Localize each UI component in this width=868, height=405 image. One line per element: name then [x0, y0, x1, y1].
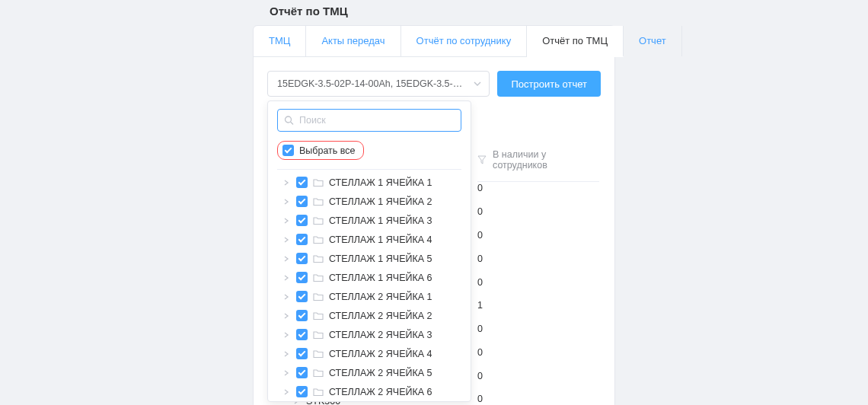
table-row: 0	[477, 364, 599, 387]
filter-icon	[477, 155, 487, 164]
tree-node-label: СТЕЛЛАЖ 1 ЯЧЕЙКА 4	[329, 234, 432, 245]
folder-icon	[313, 368, 324, 378]
checkbox-icon[interactable]	[296, 367, 308, 378]
table-row: 0	[477, 317, 599, 341]
folder-icon	[313, 349, 324, 359]
tree-node[interactable]: СТЕЛЛАЖ 2 ЯЧЕЙКА 4	[268, 344, 471, 363]
chevron-right-icon	[283, 313, 291, 319]
tree-node[interactable]: СТЕЛЛАЖ 1 ЯЧЕЙКА 1	[268, 173, 471, 192]
tree-node[interactable]: СТЕЛЛАЖ 1 ЯЧЕЙКА 6	[268, 268, 471, 287]
checkbox-icon[interactable]	[296, 272, 308, 283]
checkbox-icon[interactable]	[296, 215, 308, 226]
tree-node[interactable]: СТЕЛЛАЖ 2 ЯЧЕЙКА 1	[268, 287, 471, 306]
chevron-right-icon	[283, 256, 291, 262]
folder-icon	[313, 387, 324, 397]
folder-icon	[313, 235, 324, 244]
table-row: 0	[477, 224, 599, 247]
tabs: ТМЦ Акты передач Отчёт по сотруднику Отч…	[254, 26, 614, 57]
tree-node[interactable]: СТЕЛЛАЖ 1 ЯЧЕЙКА 5	[268, 249, 471, 268]
tree-node-label: СТЕЛЛАЖ 1 ЯЧЕЙКА 6	[329, 273, 432, 283]
table-row: 0	[477, 270, 599, 294]
tree-node[interactable]: СТЕЛЛАЖ 2 ЯЧЕЙКА 3	[268, 325, 471, 344]
folder-icon	[313, 178, 324, 187]
search-input[interactable]	[277, 109, 461, 132]
chevron-right-icon	[283, 237, 291, 243]
tree-node[interactable]: СТЕЛЛАЖ 2 ЯЧЕЙКА 2	[268, 306, 471, 325]
search-icon	[284, 116, 294, 126]
table-row: 0	[477, 177, 599, 200]
select-all-checkbox[interactable]: Выбрать все	[277, 141, 364, 160]
tree-list: СТЕЛЛАЖ 1 ЯЧЕЙКА 1 СТЕЛЛАЖ 1 ЯЧЕЙКА 2 СТ…	[268, 173, 471, 401]
folder-icon	[313, 311, 324, 320]
tree-node[interactable]: СТЕЛЛАЖ 1 ЯЧЕЙКА 2	[268, 192, 471, 211]
checkbox-icon[interactable]	[296, 253, 308, 264]
folder-icon	[313, 330, 324, 340]
checkbox-icon[interactable]	[296, 196, 308, 207]
table-row: 1	[477, 294, 599, 317]
items-dropdown: Выбрать все СТЕЛЛАЖ 1 ЯЧЕЙКА 1 СТЕЛЛАЖ 1…	[267, 100, 471, 402]
table-row: 0	[477, 387, 599, 405]
checkbox-icon[interactable]	[296, 291, 308, 302]
checkbox-icon[interactable]	[296, 329, 308, 340]
tree-node-label: СТЕЛЛАЖ 2 ЯЧЕЙКА 6	[329, 387, 432, 397]
tree-node-label: СТЕЛЛАЖ 1 ЯЧЕЙКА 1	[329, 177, 432, 188]
tab-report-partial[interactable]: Отчет	[624, 26, 682, 56]
folder-icon	[313, 273, 324, 282]
chevron-right-icon	[283, 199, 291, 205]
tree-node-label: СТЕЛЛАЖ 1 ЯЧЕЙКА 2	[329, 196, 432, 207]
table-row: 0	[477, 200, 599, 224]
checkbox-icon[interactable]	[296, 310, 308, 321]
build-report-button[interactable]: Построить отчет	[497, 71, 601, 97]
tab-tmc-report[interactable]: Отчёт по ТМЦ	[527, 26, 624, 57]
tree-node-label: СТЕЛЛАЖ 2 ЯЧЕЙКА 2	[329, 311, 432, 321]
chevron-right-icon	[283, 294, 291, 300]
tree-node-label: СТЕЛЛАЖ 2 ЯЧЕЙКА 3	[329, 330, 432, 340]
table-row: 0	[477, 247, 599, 270]
svg-line-1	[291, 122, 294, 125]
chevron-right-icon	[283, 351, 291, 357]
tree-node[interactable]: СТЕЛЛАЖ 2 ЯЧЕЙКА 5	[268, 363, 471, 382]
chevron-right-icon	[283, 370, 291, 376]
folder-icon	[313, 254, 324, 263]
tree-node[interactable]: СТЕЛЛАЖ 1 ЯЧЕЙКА 3	[268, 211, 471, 230]
checkbox-icon[interactable]	[296, 234, 308, 245]
chevron-right-icon	[283, 332, 291, 338]
tab-transfer-acts[interactable]: Акты передач	[306, 26, 400, 56]
chevron-right-icon	[283, 389, 291, 395]
items-select-value: 15EDGK-3.5-02P-14-00Ah, 15EDGK-3.5-14P-0…	[277, 78, 466, 89]
svg-point-0	[286, 116, 292, 123]
tree-node-label: СТЕЛЛАЖ 1 ЯЧЕЙКА 5	[329, 254, 432, 264]
tree-node-label: СТЕЛЛАЖ 2 ЯЧЕЙКА 1	[329, 292, 432, 302]
tree-node[interactable]: СТЕЛЛАЖ 1 ЯЧЕЙКА 4	[268, 230, 471, 249]
tree-node-label: СТЕЛЛАЖ 1 ЯЧЕЙКА 3	[329, 215, 432, 226]
checkbox-icon[interactable]	[296, 386, 308, 397]
items-select[interactable]: 15EDGK-3.5-02P-14-00Ah, 15EDGK-3.5-14P-0…	[267, 71, 490, 97]
chevron-right-icon	[283, 218, 291, 224]
table-column-label: В наличии у сотрудников	[493, 149, 599, 171]
tree-node-label: СТЕЛЛАЖ 2 ЯЧЕЙКА 4	[329, 349, 432, 359]
folder-icon	[313, 197, 324, 206]
report-card: ТМЦ Акты передач Отчёт по сотруднику Отч…	[253, 25, 615, 405]
chevron-right-icon	[283, 180, 291, 186]
table-row: 0	[477, 340, 599, 364]
table-column-header[interactable]: В наличии у сотрудников	[477, 136, 599, 182]
chevron-down-icon	[474, 80, 481, 88]
folder-icon	[313, 216, 324, 225]
folder-icon	[313, 292, 324, 301]
tab-employee-report[interactable]: Отчёт по сотруднику	[401, 26, 528, 56]
checkbox-icon[interactable]	[296, 348, 308, 359]
divider	[277, 169, 461, 170]
checkbox-icon	[282, 145, 294, 156]
select-all-label: Выбрать все	[299, 145, 356, 156]
tab-tmc[interactable]: ТМЦ	[254, 26, 306, 56]
checkbox-icon[interactable]	[296, 177, 308, 188]
tree-node-label: СТЕЛЛАЖ 2 ЯЧЕЙКА 5	[329, 368, 432, 378]
tree-node[interactable]: СТЕЛЛАЖ 2 ЯЧЕЙКА 6	[268, 382, 471, 401]
table-body: 0 0 0 0 0 1 0 0 0 0 1 0	[477, 177, 599, 405]
page-title: Отчёт по ТМЦ	[253, 0, 615, 25]
chevron-right-icon	[283, 275, 291, 281]
